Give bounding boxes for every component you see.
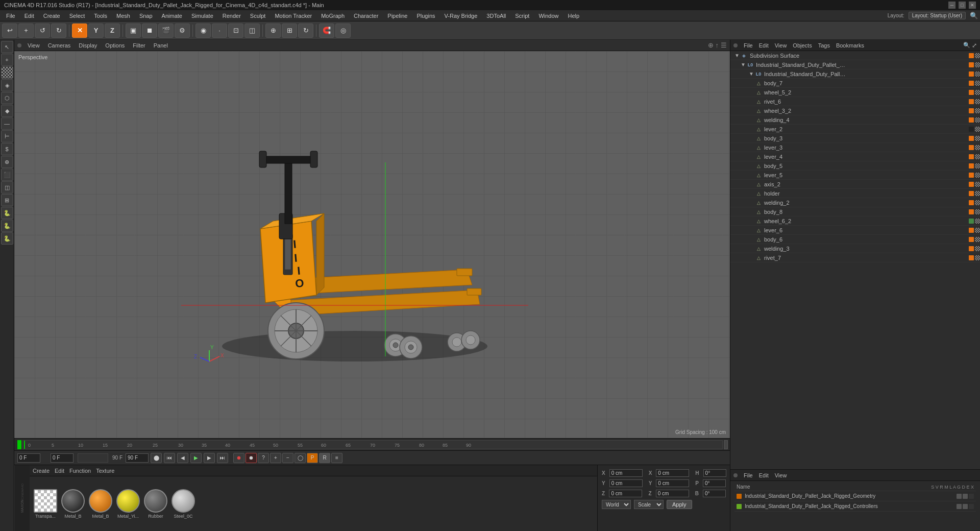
left-tool-4[interactable]: ◈ [1, 79, 13, 91]
record-btn[interactable]: ⏺ [233, 453, 244, 463]
mat-item-metal-yi[interactable]: Metal_Yi... [116, 489, 140, 519]
obj-body-5[interactable]: △ body_5 [730, 161, 980, 171]
timeline-end[interactable] [724, 440, 728, 449]
menu-mesh[interactable]: Mesh [112, 12, 134, 20]
obj-menu-edit[interactable]: Edit [759, 42, 769, 49]
coord-p-input[interactable] [703, 479, 726, 487]
new-btn[interactable]: + [18, 23, 34, 38]
menu-sculpt[interactable]: Sculpt [246, 12, 270, 20]
obj-welding-4[interactable]: △ welding_4 [730, 115, 980, 125]
left-tool-12[interactable]: ◫ [1, 181, 13, 194]
key-mode-btn[interactable]: ◯ [295, 453, 306, 463]
coord-system-select[interactable]: World Object [602, 500, 631, 509]
current-frame-input[interactable] [17, 453, 40, 463]
obj-welding-3[interactable]: △ welding_3 [730, 244, 980, 253]
obj-holder[interactable]: △ holder [730, 189, 980, 198]
coord-y2-input[interactable] [656, 479, 689, 487]
add-key-btn[interactable]: + [270, 453, 281, 463]
mat-menu-edit[interactable]: Edit [55, 468, 64, 474]
rot-btn[interactable]: R [319, 453, 330, 463]
viewport-menu-display[interactable]: Display [77, 42, 99, 49]
menu-motion-tracker[interactable]: Motion Tracker [271, 12, 316, 20]
menu-render[interactable]: Render [218, 12, 245, 20]
render-to-pic-btn[interactable]: 🎬 [158, 23, 174, 38]
maximize-btn[interactable]: □ [959, 2, 966, 9]
viewport-menu-panel[interactable]: Panel [152, 42, 170, 49]
obj-lever-6[interactable]: △ lever_6 [730, 226, 980, 235]
viewport-3d[interactable]: Perspective [14, 51, 730, 438]
obj-search-icon[interactable]: 🔍 [963, 42, 970, 49]
obj-menu-view[interactable]: View [775, 42, 787, 49]
menu-3dtoall[interactable]: 3DToAll [482, 12, 510, 20]
mat-item-metal-b2[interactable]: Metal_B [89, 489, 112, 519]
obj-lever-4[interactable]: △ lever_4 [730, 152, 980, 161]
viewport-icon-menu[interactable]: ☰ [721, 41, 727, 49]
go-start-btn[interactable]: ⏮ [164, 453, 175, 463]
mode-y-btn[interactable]: Y [88, 23, 104, 38]
obj-body-8[interactable]: △ body_8 [730, 207, 980, 216]
keyframe-btn[interactable]: ⬤ [151, 453, 162, 463]
pos-btn[interactable]: P [307, 453, 318, 463]
layout-value[interactable]: Layout: Startup (User) [909, 12, 966, 19]
menu-plugins[interactable]: Plugins [412, 12, 439, 20]
viewport-menu-cameras[interactable]: Cameras [46, 42, 73, 49]
obj-wheel-52[interactable]: △ wheel_5_2 [730, 88, 980, 97]
menu-tools[interactable]: Tools [90, 12, 111, 20]
poly-mode-btn[interactable]: ◫ [244, 23, 260, 38]
menu-edit[interactable]: Edit [20, 12, 38, 20]
left-tool-11[interactable]: ⬛ [1, 168, 13, 181]
obj-lever-5[interactable]: △ lever_5 [730, 171, 980, 180]
obj-wheel-62[interactable]: △ wheel_6_2 [730, 216, 980, 226]
obj-menu-objects[interactable]: Objects [793, 42, 812, 49]
render-settings-btn[interactable]: ⚙ [175, 23, 190, 38]
menu-window[interactable]: Window [534, 12, 562, 20]
coord-z-input[interactable] [609, 490, 642, 497]
undo-btn[interactable]: ↩ [2, 23, 17, 38]
menu-select[interactable]: Select [65, 12, 89, 20]
snap-settings-btn[interactable]: ◎ [335, 23, 351, 38]
play-btn[interactable]: ▶ [190, 453, 202, 463]
frame-start-input[interactable] [51, 453, 74, 463]
minimize-btn[interactable]: ─ [948, 2, 955, 9]
menu-simulate[interactable]: Simulate [187, 12, 217, 20]
left-tool-6[interactable]: ◆ [1, 105, 13, 117]
left-tool-checker[interactable] [1, 66, 13, 79]
mini-timeline[interactable] [78, 453, 108, 463]
viewport-icon-cross[interactable]: ⊕ [708, 41, 714, 49]
obj-axis-2[interactable]: △ axis_2 [730, 180, 980, 189]
left-tool-13[interactable]: ⊞ [1, 194, 13, 206]
viewport-menu-options[interactable]: Options [103, 42, 127, 49]
left-tool-9[interactable]: $ [1, 143, 13, 155]
search-icon[interactable]: 🔍 [970, 12, 978, 19]
frame-end-input[interactable] [126, 453, 149, 463]
mode-z-btn[interactable]: Z [105, 23, 120, 38]
left-tool-1[interactable]: ↖ [1, 41, 13, 53]
viewport-icon-arrow[interactable]: ↑ [716, 41, 719, 49]
save-btn[interactable]: ↻ [51, 23, 66, 38]
obj-lever-2[interactable]: △ lever_2 [730, 125, 980, 134]
coord-x-input[interactable] [609, 469, 643, 477]
left-tool-2[interactable]: + [1, 54, 13, 66]
obj-body-3[interactable]: △ body_3 [730, 134, 980, 143]
attrs-menu-view[interactable]: View [775, 472, 787, 478]
coord-z2-input[interactable] [656, 490, 689, 497]
auto-key-btn[interactable]: ⏺ [246, 453, 257, 463]
point-mode-btn[interactable]: · [212, 23, 227, 38]
close-btn[interactable]: ✕ [969, 2, 976, 9]
timeline-extra-btn[interactable]: ≡ [331, 453, 342, 463]
edge-mode-btn[interactable]: ⊡ [228, 23, 243, 38]
attrs-menu-file[interactable]: File [744, 472, 753, 478]
obj-body-6[interactable]: △ body_6 [730, 235, 980, 244]
step-fwd-btn[interactable]: ▶ [204, 453, 215, 463]
obj-rivet-7[interactable]: △ rivet_7 [730, 253, 980, 262]
left-tool-15[interactable]: 🐍 [1, 220, 13, 232]
apply-button[interactable]: Apply [667, 500, 692, 509]
snap-enable-btn[interactable]: 🧲 [319, 23, 334, 38]
coord-y-input[interactable] [609, 479, 643, 487]
obj-body-7[interactable]: △ body_7 [730, 79, 980, 88]
left-tool-5[interactable]: ⬡ [1, 92, 13, 104]
obj-group-1[interactable]: ▼ L0 Industrial_Standard_Duty_Pallet_Jac… [730, 60, 980, 69]
menu-snap[interactable]: Snap [135, 12, 157, 20]
attrs-menu-edit[interactable]: Edit [759, 472, 769, 478]
mat-item-steel[interactable]: Steel_0C [172, 489, 195, 519]
